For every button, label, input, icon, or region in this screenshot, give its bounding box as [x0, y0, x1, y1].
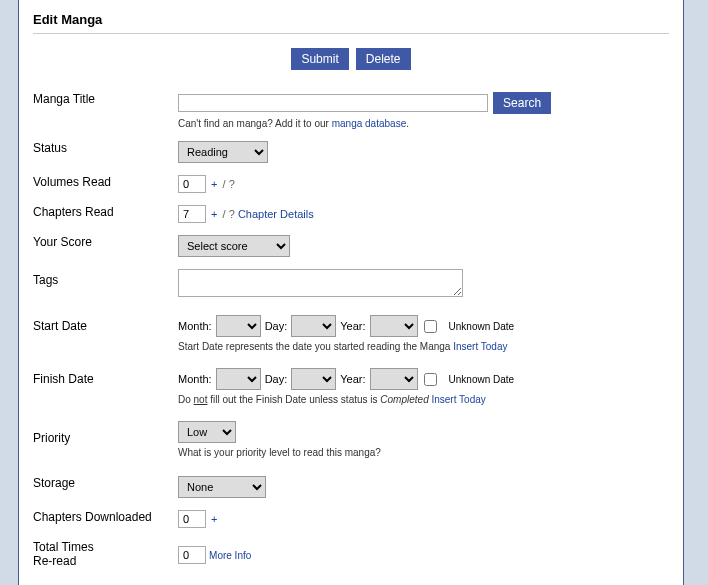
- finish-year-select[interactable]: [370, 368, 418, 390]
- start-month-select[interactable]: [216, 315, 261, 337]
- priority-label: Priority: [33, 411, 178, 464]
- manga-title-input[interactable]: [178, 94, 488, 112]
- tags-textarea[interactable]: [178, 269, 463, 297]
- reread-more-info-link[interactable]: More Info: [209, 550, 251, 561]
- start-date-label: Start Date: [33, 305, 178, 358]
- start-date-row: Month: Day: Year: Unknown Date: [178, 315, 514, 337]
- volumes-total: ?: [229, 178, 235, 190]
- chapters-plus-icon[interactable]: +: [209, 208, 219, 220]
- finish-month-select[interactable]: [216, 368, 261, 390]
- start-date-hint: Start Date represents the date you start…: [178, 341, 669, 352]
- storage-label: Storage: [33, 464, 178, 504]
- priority-hint: What is your priority level to read this…: [178, 447, 669, 458]
- start-year-select[interactable]: [370, 315, 418, 337]
- finish-date-label: Finish Date: [33, 358, 178, 411]
- manga-title-label: Manga Title: [33, 86, 178, 135]
- search-button[interactable]: Search: [493, 92, 551, 114]
- chapter-details-link[interactable]: Chapter Details: [238, 208, 314, 220]
- finish-month-label: Month:: [178, 373, 212, 385]
- priority-select[interactable]: Low: [178, 421, 236, 443]
- chapters-label: Chapters Read: [33, 199, 178, 229]
- finish-year-label: Year:: [340, 373, 365, 385]
- finish-insert-today-link[interactable]: Insert Today: [431, 394, 485, 405]
- reread-input[interactable]: [178, 546, 206, 564]
- finish-day-select[interactable]: [291, 368, 336, 390]
- start-day-select[interactable]: [291, 315, 336, 337]
- finish-date-hint: Do not fill out the Finish Date unless s…: [178, 394, 669, 405]
- downloaded-label: Chapters Downloaded: [33, 504, 178, 534]
- delete-button[interactable]: Delete: [356, 48, 411, 70]
- action-bar: Submit Delete: [33, 48, 669, 70]
- submit-button[interactable]: Submit: [291, 48, 348, 70]
- status-label: Status: [33, 135, 178, 169]
- start-unknown-checkbox[interactable]: [424, 320, 437, 333]
- finish-date-row: Month: Day: Year: Unknown Date: [178, 368, 514, 390]
- form-table: Manga Title Search Can't find an manga? …: [33, 86, 669, 574]
- volumes-input[interactable]: [178, 175, 206, 193]
- start-unknown-label: Unknown Date: [449, 321, 515, 332]
- chapters-sep: /: [223, 208, 226, 220]
- chapters-total: ?: [229, 208, 235, 220]
- finish-day-label: Day:: [265, 373, 288, 385]
- finish-unknown-label: Unknown Date: [449, 374, 515, 385]
- finish-unknown-checkbox[interactable]: [424, 373, 437, 386]
- edit-manga-panel: Edit Manga Submit Delete Manga Title Sea…: [18, 0, 684, 585]
- score-select[interactable]: Select score: [178, 235, 290, 257]
- score-label: Your Score: [33, 229, 178, 263]
- downloaded-input[interactable]: [178, 510, 206, 528]
- volumes-sep: /: [223, 178, 226, 190]
- start-day-label: Day:: [265, 320, 288, 332]
- volumes-plus-icon[interactable]: +: [209, 178, 219, 190]
- start-year-label: Year:: [340, 320, 365, 332]
- status-select[interactable]: Reading: [178, 141, 268, 163]
- tags-label: Tags: [33, 263, 178, 305]
- reread-label: Total Times Re-read: [33, 534, 178, 574]
- chapters-input[interactable]: [178, 205, 206, 223]
- volumes-label: Volumes Read: [33, 169, 178, 199]
- downloaded-plus-icon[interactable]: +: [209, 513, 219, 525]
- manga-database-link[interactable]: manga database: [332, 118, 407, 129]
- start-month-label: Month:: [178, 320, 212, 332]
- storage-select[interactable]: None: [178, 476, 266, 498]
- start-insert-today-link[interactable]: Insert Today: [453, 341, 507, 352]
- page-title: Edit Manga: [33, 12, 669, 34]
- title-hint: Can't find an manga? Add it to our manga…: [178, 118, 669, 129]
